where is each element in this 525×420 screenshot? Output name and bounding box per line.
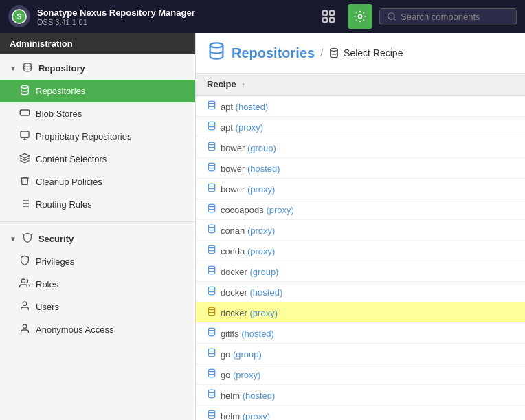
anonymous-access-icon bbox=[19, 323, 30, 336]
svg-point-21 bbox=[208, 184, 214, 186]
search-input[interactable] bbox=[401, 12, 504, 22]
row-db-icon bbox=[207, 369, 219, 380]
table-row[interactable]: docker (group) bbox=[196, 261, 525, 282]
proprietary-repos-icon bbox=[19, 130, 30, 143]
svg-rect-2 bbox=[323, 11, 327, 15]
row-db-icon bbox=[207, 349, 219, 360]
row-db-icon bbox=[207, 184, 219, 195]
package-icon[interactable] bbox=[316, 4, 341, 29]
table-row[interactable]: docker (proxy) bbox=[196, 302, 525, 323]
svg-point-13 bbox=[23, 302, 26, 305]
recipe-type: (proxy) bbox=[247, 246, 275, 256]
sidebar-item-blob-stores[interactable]: Blob Stores bbox=[0, 102, 195, 125]
recipe-name: conan bbox=[221, 225, 247, 236]
recipe-type: (proxy) bbox=[247, 225, 275, 236]
svg-point-7 bbox=[388, 13, 394, 19]
sidebar-item-anonymous-access[interactable]: Anonymous Access bbox=[0, 318, 195, 341]
svg-point-12 bbox=[21, 279, 25, 283]
sidebar-item-users-label: Users bbox=[36, 302, 59, 312]
table-row[interactable]: cocoapods (proxy) bbox=[196, 199, 525, 220]
recipe-type: (hosted) bbox=[241, 329, 274, 339]
table-row[interactable]: conan (proxy) bbox=[196, 220, 525, 241]
table-header-row: Recipe ↑ bbox=[196, 74, 525, 96]
breadcrumb: Select Recipe bbox=[328, 47, 403, 58]
recipe-type: (group) bbox=[233, 349, 262, 360]
svg-point-6 bbox=[359, 15, 362, 19]
recipe-type: (hosted) bbox=[236, 102, 269, 112]
table-row[interactable]: docker (hosted) bbox=[196, 282, 525, 302]
sidebar-item-roles-label: Roles bbox=[36, 279, 58, 289]
sidebar-group-security-label: Security bbox=[38, 234, 74, 244]
table-row[interactable]: bower (proxy) bbox=[196, 179, 525, 199]
breadcrumb-label: Select Recipe bbox=[344, 47, 403, 58]
row-db-icon bbox=[207, 307, 219, 318]
page-title: Repositories bbox=[232, 45, 315, 61]
sidebar-item-routing-rules-label: Routing Rules bbox=[36, 199, 92, 210]
recipe-type: (proxy) bbox=[236, 122, 263, 133]
sidebar-section-repository: ▼ Repository Repositories bbox=[0, 54, 195, 219]
svg-point-15 bbox=[210, 43, 223, 47]
cleanup-policies-icon bbox=[19, 175, 30, 188]
sidebar-item-privileges[interactable]: Privileges bbox=[0, 250, 195, 273]
table-row[interactable]: go (proxy) bbox=[196, 364, 525, 385]
table-row[interactable]: helm (hosted) bbox=[196, 385, 525, 406]
sidebar-group-repository-label: Repository bbox=[38, 63, 85, 74]
svg-point-31 bbox=[208, 390, 214, 393]
recipe-name: go bbox=[221, 349, 233, 360]
svg-point-18 bbox=[208, 122, 214, 124]
sidebar-item-users[interactable]: Users bbox=[0, 296, 195, 318]
sidebar-item-routing-rules[interactable]: Routing Rules bbox=[0, 193, 195, 216]
svg-point-27 bbox=[208, 307, 214, 310]
svg-point-14 bbox=[23, 324, 26, 328]
sidebar-item-roles[interactable]: Roles bbox=[0, 273, 195, 296]
sidebar-group-security[interactable]: ▼ Security bbox=[0, 228, 195, 250]
table-row[interactable]: apt (proxy) bbox=[196, 117, 525, 137]
sidebar-item-repositories[interactable]: Repositories bbox=[0, 80, 195, 102]
search-icon bbox=[387, 12, 396, 21]
row-db-icon bbox=[207, 390, 219, 401]
svg-point-20 bbox=[208, 163, 214, 166]
table-row[interactable]: bower (group) bbox=[196, 137, 525, 158]
sidebar-item-proprietary-repos-label: Proprietary Repositories bbox=[36, 131, 131, 142]
table-row[interactable]: gitlfs (hosted) bbox=[196, 323, 525, 344]
row-db-icon bbox=[207, 142, 219, 153]
recipe-name: helm bbox=[221, 411, 243, 420]
sidebar-item-privileges-label: Privileges bbox=[36, 256, 74, 267]
svg-point-8 bbox=[24, 63, 32, 67]
sidebar-group-repository[interactable]: ▼ Repository bbox=[0, 57, 195, 80]
table-row[interactable]: apt (hosted) bbox=[196, 96, 525, 117]
sidebar-item-cleanup-policies[interactable]: Cleanup Policies bbox=[0, 170, 195, 193]
svg-point-9 bbox=[21, 85, 29, 88]
app-logo: S bbox=[8, 5, 30, 27]
recipe-name: go bbox=[221, 370, 233, 380]
sidebar-item-content-selectors-label: Content Selectors bbox=[36, 154, 107, 164]
row-db-icon bbox=[207, 328, 219, 339]
svg-text:S: S bbox=[16, 12, 21, 21]
recipe-name: bower bbox=[221, 184, 247, 195]
recipe-name: conda bbox=[221, 246, 247, 256]
svg-rect-3 bbox=[330, 11, 334, 15]
table-row[interactable]: helm (proxy) bbox=[196, 406, 525, 421]
recipe-type: (proxy) bbox=[243, 411, 270, 420]
table-row[interactable]: go (group) bbox=[196, 344, 525, 364]
sidebar-item-cleanup-policies-label: Cleanup Policies bbox=[36, 177, 102, 187]
svg-rect-11 bbox=[21, 131, 29, 137]
recipe-type: (hosted) bbox=[243, 390, 276, 401]
sidebar-item-content-selectors[interactable]: Content Selectors bbox=[0, 148, 195, 170]
gear-icon[interactable] bbox=[348, 4, 372, 29]
svg-point-16 bbox=[331, 48, 338, 51]
row-db-icon bbox=[207, 410, 219, 420]
recipe-column-header[interactable]: Recipe ↑ bbox=[196, 74, 525, 96]
recipe-name: cocoapods bbox=[221, 205, 267, 215]
recipe-name: docker bbox=[221, 287, 250, 298]
recipe-name: apt bbox=[221, 102, 236, 112]
table-row[interactable]: bower (hosted) bbox=[196, 158, 525, 179]
sidebar-section-security: ▼ Security Privileges bbox=[0, 225, 195, 344]
topbar: S Sonatype Nexus Repository Manager OSS … bbox=[0, 0, 525, 33]
svg-point-19 bbox=[208, 142, 214, 145]
group-icon-repository bbox=[22, 62, 33, 75]
sidebar-item-proprietary-repos[interactable]: Proprietary Repositories bbox=[0, 125, 195, 148]
sidebar-item-anonymous-access-label: Anonymous Access bbox=[36, 324, 113, 335]
svg-rect-5 bbox=[330, 18, 334, 22]
table-row[interactable]: conda (proxy) bbox=[196, 241, 525, 261]
